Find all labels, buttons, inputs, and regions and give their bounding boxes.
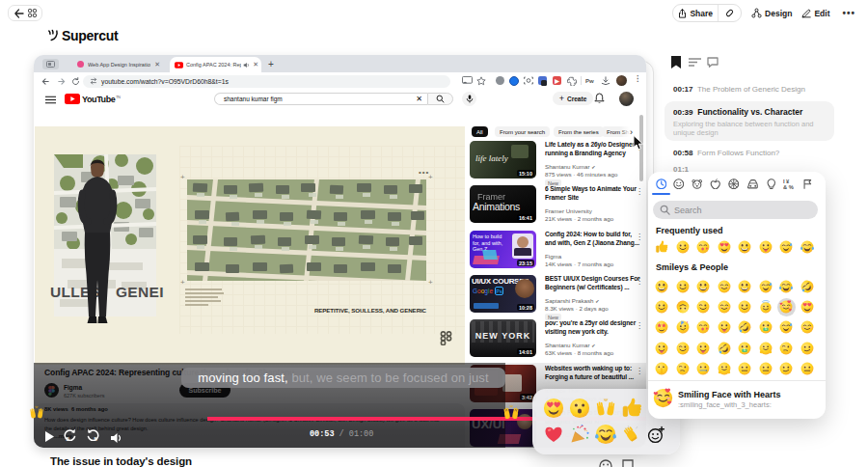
svg-text:&: & [783, 183, 787, 189]
svg-text:%: % [789, 183, 794, 189]
